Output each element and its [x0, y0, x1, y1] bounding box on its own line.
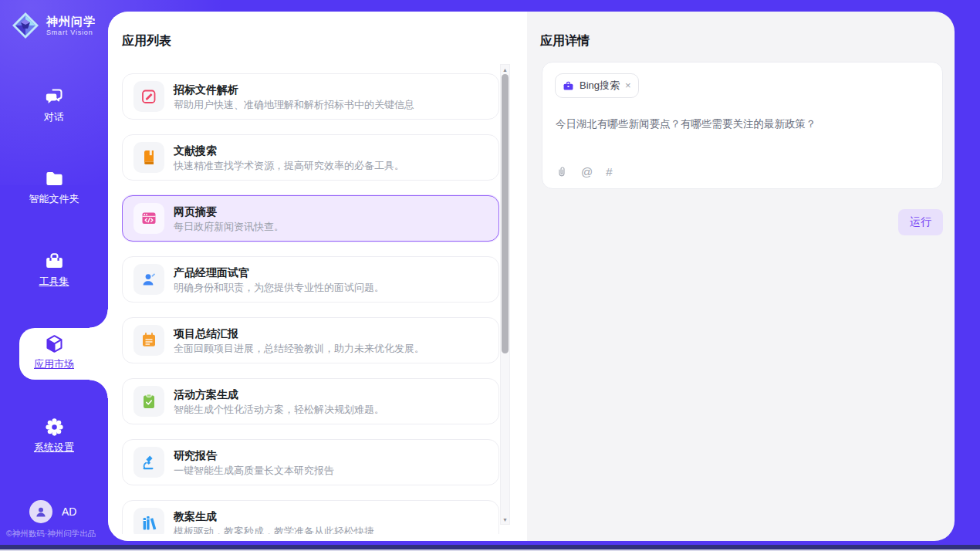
scrollbar-thumb[interactable] — [502, 74, 509, 353]
edit-document-icon — [133, 81, 164, 112]
app-card-desc: 一键智能生成高质量长文本研究报告 — [174, 465, 334, 476]
tag-close-icon[interactable]: × — [625, 81, 631, 90]
app-list-title: 应用列表 — [122, 33, 171, 49]
microscope-icon — [133, 447, 164, 478]
folder-icon — [44, 168, 65, 189]
app-card-research-report[interactable]: 研究报告 一键智能生成高质量长文本研究报告 — [122, 439, 499, 485]
app-list-panel: 应用列表 招标文件解析 帮助用户快速、准确地理解和解析招标书中的关键信息 — [108, 12, 527, 541]
app-detail-title: 应用详情 — [540, 33, 590, 49]
user-account[interactable]: AD — [29, 500, 76, 523]
active-nav-curve-top — [90, 309, 108, 328]
scrollbar[interactable]: ▲ ▼ — [500, 64, 510, 525]
chat-bubbles-icon — [44, 86, 65, 107]
app-card-project-summary[interactable]: 项目总结汇报 全面回顾项目进展，总结经验教训，助力未来优化发展。 — [122, 317, 499, 363]
app-card-title: 教案生成 — [174, 510, 374, 522]
clipboard-check-icon — [133, 386, 164, 417]
sidebar-item-app-market[interactable]: 应用市场 — [0, 333, 108, 370]
app-card-desc: 全面回顾项目进展，总结经验教训，助力未来优化发展。 — [174, 343, 424, 354]
prompt-text-input[interactable]: 今日湖北有哪些新闻要点？有哪些需要关注的最新政策？ — [556, 117, 930, 131]
scrollbar-up-arrow[interactable]: ▲ — [501, 65, 509, 74]
app-card-title: 研究报告 — [174, 449, 334, 461]
sidebar-item-label: 智能文件夹 — [29, 194, 79, 205]
brand-name: 神州问学 — [46, 15, 96, 29]
app-card-desc: 每日政府新闻资讯快查。 — [174, 221, 284, 232]
app-card-title: 项目总结汇报 — [174, 327, 424, 340]
app-card-event-plan[interactable]: 活动方案生成 智能生成个性化活动方案，轻松解决规划难题。 — [122, 378, 499, 424]
app-detail-panel: 应用详情 Bing搜索 × 今日湖北有哪些新闻要点？有哪些需要关注的最新政策？ — [527, 12, 955, 541]
attachment-paperclip-icon[interactable] — [556, 165, 568, 178]
mention-at-icon[interactable]: @ — [581, 165, 593, 178]
app-card-lesson-plan[interactable]: 教案生成 模板驱动，教案秒成，教学准备从此轻松快捷 — [122, 500, 499, 534]
interviewer-person-icon — [133, 264, 164, 295]
app-list: 招标文件解析 帮助用户快速、准确地理解和解析招标书中的关键信息 文献搜索 快速精… — [122, 73, 499, 534]
scrollbar-down-arrow[interactable]: ▼ — [501, 515, 509, 524]
sidebar-item-label: 对话 — [44, 112, 64, 123]
browser-code-icon — [133, 203, 164, 234]
app-card-desc: 明确身份和职责，为您提供专业性的面试问题。 — [174, 282, 384, 293]
run-button[interactable]: 运行 — [898, 209, 943, 235]
tool-tag-label: Bing搜索 — [580, 79, 620, 93]
app-card-title: 招标文件解析 — [174, 83, 414, 96]
sidebar-item-label: 应用市场 — [34, 359, 74, 370]
main-content: 应用列表 招标文件解析 帮助用户快速、准确地理解和解析招标书中的关键信息 — [108, 12, 955, 541]
app-card-desc: 模板驱动，教案秒成，教学准备从此轻松快捷 — [174, 526, 374, 535]
app-card-pm-interviewer[interactable]: 产品经理面试官 明确身份和职责，为您提供专业性的面试问题。 — [122, 256, 499, 303]
cube-icon — [44, 333, 65, 354]
sidebar-item-label: 工具集 — [39, 276, 69, 287]
app-card-title: 产品经理面试官 — [174, 266, 384, 279]
sidebar-item-label: 系统设置 — [34, 442, 74, 453]
active-nav-curve-bottom — [90, 380, 108, 398]
book-icon — [133, 142, 164, 173]
app-card-desc: 帮助用户快速、准确地理解和解析招标书中的关键信息 — [174, 99, 414, 110]
app-card-web-summary[interactable]: 网页摘要 每日政府新闻资讯快查。 — [122, 195, 499, 242]
books-icon — [133, 508, 164, 534]
app-card-literature-search[interactable]: 文献搜索 快速精准查找学术资源，提高研究效率的必备工具。 — [122, 134, 499, 181]
prompt-composer[interactable]: Bing搜索 × 今日湖北有哪些新闻要点？有哪些需要关注的最新政策？ @ # — [542, 62, 943, 189]
app-card-title: 文献搜索 — [174, 144, 404, 157]
topic-hash-icon[interactable]: # — [606, 165, 612, 178]
app-card-bid-analysis[interactable]: 招标文件解析 帮助用户快速、准确地理解和解析招标书中的关键信息 — [122, 73, 499, 120]
copyright-footer: ©神州数码·神州问学出品 — [6, 529, 110, 539]
calendar-note-icon — [133, 325, 164, 356]
toolbox-icon — [44, 251, 65, 272]
gear-icon — [44, 417, 65, 438]
app-card-title: 网页摘要 — [174, 205, 284, 218]
app-card-desc: 智能生成个性化活动方案，轻松解决规划难题。 — [174, 404, 384, 415]
gem-logo-icon — [11, 11, 40, 40]
sidebar-item-toolset[interactable]: 工具集 — [0, 251, 108, 287]
brand-subtitle: Smart Vision — [46, 29, 96, 37]
sidebar-item-smart-folder[interactable]: 智能文件夹 — [0, 168, 108, 205]
avatar — [29, 500, 52, 523]
briefcase-icon — [563, 80, 574, 92]
sidebar: 神州问学 Smart Vision 对话 智能文件夹 — [0, 0, 108, 549]
bottom-bar — [0, 545, 980, 549]
sidebar-item-chat[interactable]: 对话 — [0, 86, 108, 123]
user-initials: AD — [62, 505, 76, 518]
sidebar-item-settings[interactable]: 系统设置 — [0, 417, 108, 453]
app-card-desc: 快速精准查找学术资源，提高研究效率的必备工具。 — [174, 160, 404, 171]
brand-logo: 神州问学 Smart Vision — [11, 11, 96, 40]
app-card-title: 活动方案生成 — [174, 388, 384, 401]
tool-tag-bing-search[interactable]: Bing搜索 × — [555, 73, 639, 98]
